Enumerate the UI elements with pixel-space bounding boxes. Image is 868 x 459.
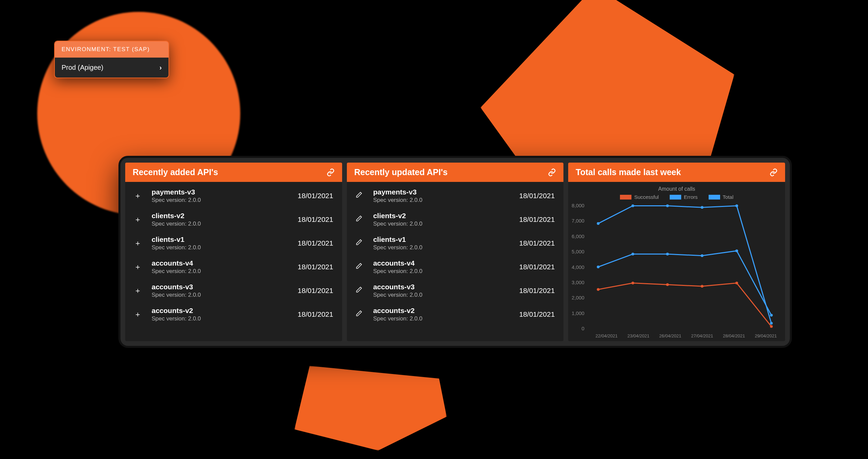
legend-item[interactable]: Total [709, 194, 734, 200]
chart-data-point[interactable] [666, 205, 669, 207]
api-row-main: accounts-v2Spec version: 2.0.0 [146, 307, 298, 322]
y-tick: 3,000 [572, 279, 584, 285]
api-row-main: clients-v2Spec version: 2.0.0 [146, 212, 298, 227]
y-tick: 4,000 [572, 264, 584, 270]
chart-data-point[interactable] [770, 322, 773, 325]
decorative-blob [294, 366, 447, 451]
environment-header: ENVIRONMENT: TEST (SAP) [55, 41, 169, 58]
link-icon[interactable] [770, 168, 778, 176]
api-row[interactable]: accounts-v3Spec version: 2.0.018/01/2021 [347, 279, 564, 302]
link-icon[interactable] [327, 168, 335, 176]
api-row[interactable]: clients-v1Spec version: 2.0.018/01/2021 [347, 231, 564, 255]
chart-data-point[interactable] [597, 266, 600, 268]
api-name: clients-v2 [152, 212, 298, 220]
api-spec-version: Spec version: 2.0.0 [373, 197, 519, 204]
chart-data-point[interactable] [701, 285, 704, 288]
api-date: 18/01/2021 [519, 192, 555, 200]
api-row-main: clients-v1Spec version: 2.0.0 [367, 235, 519, 251]
chart-data-point[interactable] [735, 282, 738, 285]
chart-legend: SuccessfulErrorsTotal [572, 194, 782, 200]
chart-y-axis: 8,0007,0006,0005,0004,0003,0002,0001,000… [572, 203, 588, 331]
api-row[interactable]: accounts-v4Spec version: 2.0.018/01/2021 [347, 255, 564, 279]
api-spec-version: Spec version: 2.0.0 [373, 315, 519, 322]
api-row-main: clients-v1Spec version: 2.0.0 [146, 235, 298, 251]
chart-data-point[interactable] [735, 205, 738, 207]
pencil-icon [356, 239, 367, 248]
card-title: Recently added API's [133, 167, 218, 177]
chart-data-point[interactable] [770, 325, 773, 328]
plus-icon: ＋ [134, 309, 146, 319]
api-row[interactable]: ＋clients-v2Spec version: 2.0.018/01/2021 [125, 208, 342, 231]
x-tick: 26/04/2021 [654, 333, 686, 338]
card-header: Recently updated API's [347, 163, 564, 182]
chart-data-point[interactable] [597, 222, 600, 225]
api-name: accounts-v3 [373, 283, 519, 291]
api-row-main: accounts-v4Spec version: 2.0.0 [146, 259, 298, 275]
y-tick: 0 [572, 326, 584, 331]
chart-area: 8,0007,0006,0005,0004,0003,0002,0001,000… [572, 203, 782, 331]
api-row-main: accounts-v4Spec version: 2.0.0 [367, 259, 519, 275]
api-date: 18/01/2021 [519, 287, 555, 295]
api-row[interactable]: clients-v2Spec version: 2.0.018/01/2021 [347, 208, 564, 231]
chart-data-point[interactable] [631, 282, 634, 285]
chart-data-point[interactable] [631, 253, 634, 255]
api-row[interactable]: payments-v3Spec version: 2.0.018/01/2021 [347, 184, 564, 208]
chart-data-point[interactable] [666, 253, 669, 255]
api-row[interactable]: ＋clients-v1Spec version: 2.0.018/01/2021 [125, 231, 342, 255]
api-spec-version: Spec version: 2.0.0 [373, 292, 519, 298]
chart-data-point[interactable] [735, 250, 738, 252]
api-spec-version: Spec version: 2.0.0 [152, 292, 298, 298]
api-date: 18/01/2021 [298, 263, 333, 271]
legend-item[interactable]: Successful [620, 194, 659, 200]
chart-x-axis: 22/04/202123/04/202126/04/202127/04/2021… [572, 333, 782, 338]
api-row[interactable]: ＋payments-v3Spec version: 2.0.018/01/202… [125, 184, 342, 208]
chart-data-point[interactable] [666, 283, 669, 286]
card-header: Recently added API's [125, 163, 342, 182]
api-date: 18/01/2021 [519, 263, 555, 271]
card-body: ＋payments-v3Spec version: 2.0.018/01/202… [125, 182, 342, 331]
legend-item[interactable]: Errors [670, 194, 698, 200]
card-recently-updated: Recently updated API's payments-v3Spec v… [347, 163, 564, 341]
api-row[interactable]: accounts-v2Spec version: 2.0.018/01/2021 [347, 302, 564, 326]
api-name: clients-v1 [373, 235, 519, 244]
api-date: 18/01/2021 [298, 310, 333, 318]
api-spec-version: Spec version: 2.0.0 [152, 221, 298, 227]
pencil-icon [356, 215, 367, 224]
chart-data-point[interactable] [701, 206, 704, 209]
api-spec-version: Spec version: 2.0.0 [152, 268, 298, 275]
api-spec-version: Spec version: 2.0.0 [373, 221, 519, 227]
card-total-calls: Total calls made last week Amount of cal… [568, 163, 785, 341]
api-spec-version: Spec version: 2.0.0 [152, 244, 298, 251]
environment-option-prod[interactable]: Prod (Apigee) › [55, 58, 169, 78]
api-name: clients-v1 [152, 235, 298, 244]
y-tick: 6,000 [572, 233, 584, 239]
chart-data-point[interactable] [597, 288, 600, 291]
api-row-main: payments-v3Spec version: 2.0.0 [146, 188, 298, 204]
api-name: payments-v3 [373, 188, 519, 196]
api-row[interactable]: ＋accounts-v3Spec version: 2.0.018/01/202… [125, 279, 342, 302]
environment-dropdown[interactable]: ENVIRONMENT: TEST (SAP) Prod (Apigee) › [54, 41, 169, 78]
api-date: 18/01/2021 [519, 310, 555, 318]
chart-series-line [598, 206, 772, 324]
legend-swatch [620, 195, 631, 200]
chart-title: Amount of calls [572, 186, 782, 192]
legend-label: Errors [684, 194, 698, 200]
legend-label: Successful [634, 194, 659, 200]
card-body: payments-v3Spec version: 2.0.018/01/2021… [347, 182, 564, 331]
x-tick: 27/04/2021 [686, 333, 718, 338]
chevron-right-icon: › [159, 64, 162, 71]
chart-data-point[interactable] [770, 314, 773, 317]
api-row[interactable]: ＋accounts-v2Spec version: 2.0.018/01/202… [125, 302, 342, 326]
legend-swatch [670, 195, 681, 200]
api-date: 18/01/2021 [298, 215, 333, 224]
api-name: clients-v2 [373, 212, 519, 220]
environment-option-label: Prod (Apigee) [62, 64, 103, 71]
chart-data-point[interactable] [631, 205, 634, 207]
api-row[interactable]: ＋accounts-v4Spec version: 2.0.018/01/202… [125, 255, 342, 279]
chart-body: Amount of calls SuccessfulErrorsTotal 8,… [568, 182, 785, 341]
plus-icon: ＋ [134, 286, 146, 296]
plus-icon: ＋ [134, 238, 146, 248]
chart-data-point[interactable] [701, 254, 704, 257]
pencil-icon [356, 263, 367, 271]
link-icon[interactable] [548, 168, 556, 176]
